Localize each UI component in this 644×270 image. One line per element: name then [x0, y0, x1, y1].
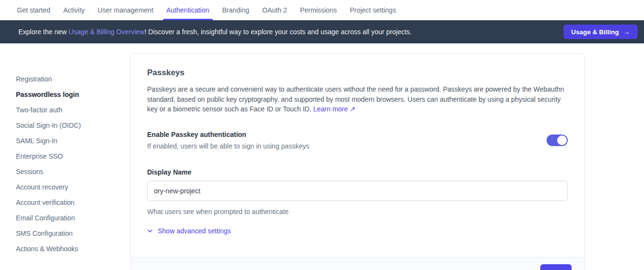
display-name-label: Display Name — [147, 167, 568, 177]
tab-user-management[interactable]: User management — [98, 0, 153, 20]
sidebar-item-account-verification[interactable]: Account verification — [16, 195, 130, 210]
passkeys-title: Passkeys — [147, 68, 568, 78]
enable-passkey-label: Enable Passkey authentication — [147, 130, 309, 139]
display-name-helper: What users see when prompted to authenti… — [147, 208, 568, 216]
enable-passkey-texts: Enable Passkey authentication If enabled… — [147, 130, 309, 151]
usage-billing-button-label: Usage & Billing — [571, 28, 619, 36]
learn-more-link[interactable]: Learn more ↗ — [313, 105, 355, 113]
banner-text-before: Explore the new — [18, 28, 69, 36]
tab-get-started[interactable]: Get started — [17, 0, 50, 20]
passkeys-card-body: Passkeys Passkeys are a secure and conve… — [131, 54, 584, 257]
unsaved-changes-bar: You have unsaved changes Save — [131, 257, 584, 270]
display-name-section: Display Name What users see when prompte… — [147, 167, 568, 216]
tab-authentication[interactable]: Authentication — [166, 0, 209, 20]
enable-passkey-helper: If enabled, users will be able to sign i… — [147, 141, 309, 151]
sidebar-item-registration[interactable]: Registration — [16, 71, 130, 87]
sidebar-item-account-recovery[interactable]: Account recovery — [16, 179, 130, 195]
sidebar-item-passwordless-login[interactable]: Passwordless login — [16, 87, 130, 102]
page-content: Registration Passwordless login Two-fact… — [0, 43, 644, 270]
chevron-down-icon — [147, 228, 153, 234]
external-link-icon: ↗ — [350, 105, 356, 113]
toggle-knob — [557, 135, 567, 145]
sidebar-item-saml-sign-in[interactable]: SAML Sign-In — [16, 133, 130, 148]
tab-activity[interactable]: Activity — [63, 0, 84, 20]
sidebar-item-actions-webhooks[interactable]: Actions & Webhooks — [16, 241, 130, 256]
banner-text-after: ! Discover a fresh, insightful way to ex… — [144, 28, 411, 36]
sidebar-item-email-configuration[interactable]: Email Configuration — [16, 210, 130, 226]
sidebar-item-enterprise-sso[interactable]: Enterprise SSO — [16, 148, 130, 164]
sidebar-item-two-factor-auth[interactable]: Two-factor auth — [16, 102, 130, 118]
show-advanced-settings-label: Show advanced settings — [158, 227, 231, 235]
tab-oauth2[interactable]: OAuth 2 — [262, 0, 287, 20]
sidebar-item-social-sign-in-oidc[interactable]: Social Sign-In (OIDC) — [16, 118, 130, 133]
settings-sidebar: Registration Passwordless login Two-fact… — [0, 53, 130, 270]
top-navigation: Get started Activity User management Aut… — [0, 0, 644, 20]
enable-passkey-toggle[interactable] — [547, 135, 568, 146]
tab-project-settings[interactable]: Project settings — [350, 0, 396, 20]
usage-billing-button[interactable]: Usage & Billing → — [563, 25, 638, 39]
usage-billing-overview-link[interactable]: Usage & Billing Overview — [69, 28, 144, 36]
display-name-input[interactable] — [147, 181, 568, 201]
banner-message: Explore the new Usage & Billing Overview… — [18, 28, 563, 36]
sidebar-item-sms-configuration[interactable]: SMS Configuration — [16, 226, 130, 241]
enable-passkey-row: Enable Passkey authentication If enabled… — [147, 130, 568, 151]
usage-billing-banner: Explore the new Usage & Billing Overview… — [0, 20, 644, 43]
passkeys-settings-card: Passkeys Passkeys are a secure and conve… — [130, 53, 585, 270]
learn-more-label: Learn more — [313, 105, 348, 113]
tab-branding[interactable]: Branding — [222, 0, 249, 20]
show-advanced-settings[interactable]: Show advanced settings — [147, 227, 568, 235]
arrow-right-icon: → — [623, 28, 630, 36]
passkeys-description: Passkeys are a secure and convenient way… — [147, 84, 568, 114]
passkeys-description-text: Passkeys are a secure and convenient way… — [147, 85, 564, 113]
tab-permissions[interactable]: Permissions — [300, 0, 337, 20]
sidebar-item-sessions[interactable]: Sessions — [16, 164, 130, 179]
save-button[interactable]: Save — [540, 264, 572, 270]
